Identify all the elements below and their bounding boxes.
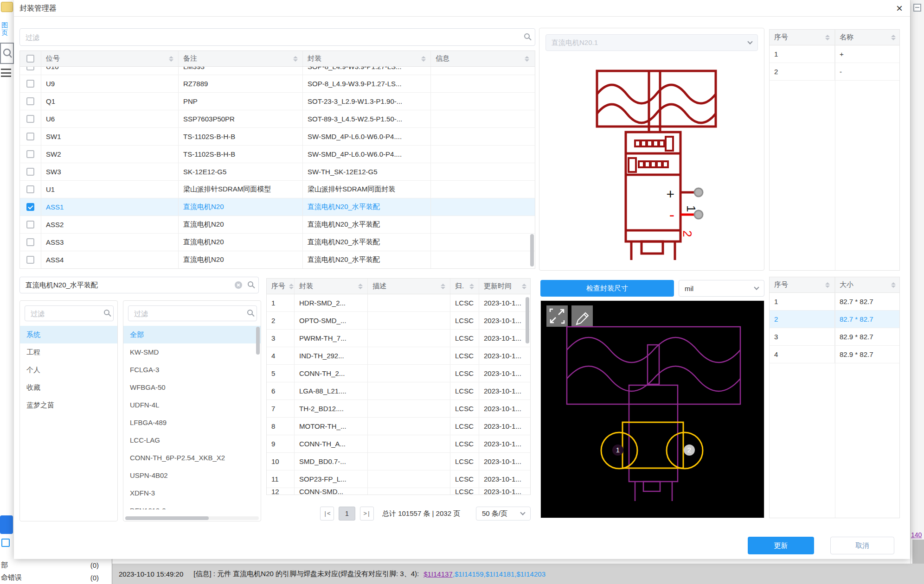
library-filter-input[interactable] [25,305,114,321]
unit-select[interactable]: mil [679,280,764,297]
size-row[interactable]: 282.7 * 82.7 [770,311,899,328]
select-all-checkbox[interactable] [26,55,34,63]
last-page-button[interactable]: >| [360,507,374,521]
pin-row[interactable]: 2- [770,63,899,81]
row-checkbox[interactable] [26,256,34,264]
size-row[interactable]: 182.7 * 82.7 [770,293,899,311]
row-checkbox[interactable] [26,238,34,246]
result-row[interactable]: 5CONN-TH_2...LCSC2023-10-1... [267,365,530,382]
parts-filter-input[interactable] [19,28,535,46]
sort-icon[interactable] [289,56,298,62]
pin-row[interactable]: 1+ [770,45,899,63]
status-link[interactable]: $1I14159 [455,570,484,578]
classification-item[interactable]: WFBGA-50 [123,379,261,396]
table-row[interactable]: SW1TS-1102S-B-H-BSW-SMD_4P-L6.0-W6.0-P4.… [20,128,535,146]
row-checkbox[interactable] [26,67,34,70]
class-filter-input[interactable] [128,305,257,321]
sort-icon[interactable] [437,284,445,289]
search-icon[interactable] [524,33,530,39]
classification-item[interactable]: XDFN-3 [123,484,261,502]
sort-icon[interactable] [518,284,526,289]
table-row[interactable]: SW3SK-12E12-G5SW-TH_SK-12E12-G5 [20,163,535,181]
background-link[interactable]: 140 [911,531,922,539]
classification-item[interactable]: UDFN-4L [123,396,261,414]
row-checkbox[interactable] [26,221,34,229]
table-row[interactable]: ASS1直流电机N20直流电机N20_水平装配 [20,198,535,216]
row-checkbox[interactable] [26,97,34,105]
library-source-item[interactable]: 工程 [20,343,117,361]
row-checkbox[interactable] [26,168,34,176]
result-row[interactable]: 9CONN-TH_A...LCSC2023-10-1... [267,435,530,453]
scrollbar-thumb[interactable] [526,297,529,343]
result-row[interactable]: 1HDR-SMD_2...LCSC2023-10-1... [267,294,530,312]
size-row[interactable]: 482.9 * 82.7 [770,346,899,363]
sort-icon[interactable] [521,56,529,62]
result-row[interactable]: 4IND-TH_292...LCSC2023-10-1... [267,347,530,365]
search-icon[interactable] [248,281,253,287]
result-row[interactable]: 2OPTO-SMD_...LCSC2023-10-1... [267,312,530,330]
result-row[interactable]: 6LGA-88_L21....LCSC2023-10-1... [267,382,530,400]
result-row[interactable]: 7TH-2_BD12....LCSC2023-10-1... [267,400,530,418]
current-page-button[interactable]: 1 [339,507,355,521]
close-icon[interactable]: × [896,1,903,16]
classification-item[interactable]: 全部 [123,326,261,343]
table-row[interactable]: ASS2直流电机N20直流电机N20_水平装配 [20,216,535,234]
symbol-select[interactable]: 直流电机N20.1 [545,34,758,51]
classification-item[interactable]: LFBGA-489 [123,414,261,432]
size-row[interactable]: 382.9 * 82.7 [770,328,899,346]
sort-icon[interactable] [285,284,294,289]
sort-icon[interactable] [887,282,896,288]
table-row[interactable]: SW2TS-1102S-B-H-BSW-SMD_4P-L6.0-W6.0-P4.… [20,146,535,163]
library-source-item[interactable]: 个人 [20,361,117,379]
row-checkbox[interactable] [26,185,34,193]
classification-item[interactable]: DFN1610-2 [123,502,261,509]
table-row[interactable]: U10LM393SOP-8_L4.9-W3.9-P1.27-LS... [20,67,535,75]
sort-icon[interactable] [821,35,830,40]
horizontal-scrollbar[interactable] [125,516,259,520]
status-link[interactable]: $1I14181 [486,570,515,578]
table-row[interactable]: ASS4直流电机N20直流电机N20_水平装配 [20,251,535,269]
search-icon[interactable] [247,310,253,315]
clear-icon[interactable] [235,281,242,289]
result-row[interactable]: 8MOTOR-TH_...LCSC2023-10-1... [267,418,530,435]
table-row[interactable]: Q1PNPSOT-23-3_L2.9-W1.3-P1.90-... [20,93,535,110]
result-row[interactable]: 12CONN-SMD...LCSC2023-10-1... [267,488,530,495]
library-source-item[interactable]: 蓝梦之茵 [20,396,117,414]
sort-icon[interactable] [466,284,474,289]
table-row[interactable]: U1梁山派排针SDRAM同面模型梁山派排针SDRAM同面封装 [20,181,535,198]
result-row[interactable]: 11SOP23-FP_L...LCSC2023-10-1... [267,470,530,488]
table-row[interactable]: ASS3直流电机N20直流电机N20_水平装配 [20,234,535,251]
scrollbar-thumb[interactable] [125,516,209,520]
library-source-item[interactable]: 系统 [20,326,117,343]
status-link[interactable]: $1I14203 [516,570,545,578]
classification-item[interactable]: USPN-4B02 [123,467,261,484]
row-checkbox[interactable] [26,203,34,211]
cancel-button[interactable]: 取消 [830,537,894,554]
sort-icon[interactable] [165,56,173,62]
check-footprint-size-button[interactable]: 检查封装尺寸 [540,280,674,297]
row-checkbox[interactable] [26,80,34,88]
row-checkbox[interactable] [26,150,34,158]
classification-item[interactable]: CONN-TH_6P-P2.54_XKB_X2 [123,449,261,467]
sort-icon[interactable] [417,56,426,62]
classification-item[interactable]: KW-SMD [123,343,261,361]
update-button[interactable]: 更新 [748,537,814,554]
table-row[interactable]: U9RZ7889SOP-8_L4.9-W3.9-P1.27-LS... [20,75,535,93]
row-checkbox[interactable] [26,133,34,140]
first-page-button[interactable]: |< [320,507,334,521]
sort-icon[interactable] [821,282,830,288]
result-row[interactable]: 10SMD_BD0.7-...LCSC2023-10-1... [267,453,530,470]
sort-icon[interactable] [887,35,896,40]
scrollbar-thumb[interactable] [256,327,260,355]
status-link[interactable]: $1I14137 [424,570,453,578]
search-icon[interactable] [104,310,109,315]
row-checkbox[interactable] [26,115,34,123]
footprint-search-input[interactable] [19,277,259,293]
page-size-select[interactable]: 50 条/页 [476,507,531,521]
sort-icon[interactable] [354,284,363,289]
classification-item[interactable]: LCC-LAG [123,432,261,449]
library-source-item[interactable]: 收藏 [20,379,117,396]
table-row[interactable]: U6SSP7603P50PRSOT-89-3_L4.5-W2.5-P1.50-.… [20,110,535,128]
classification-item[interactable]: FCLGA-3 [123,361,261,379]
result-row[interactable]: 3PWRM-TH_7...LCSC2023-10-1... [267,330,530,347]
